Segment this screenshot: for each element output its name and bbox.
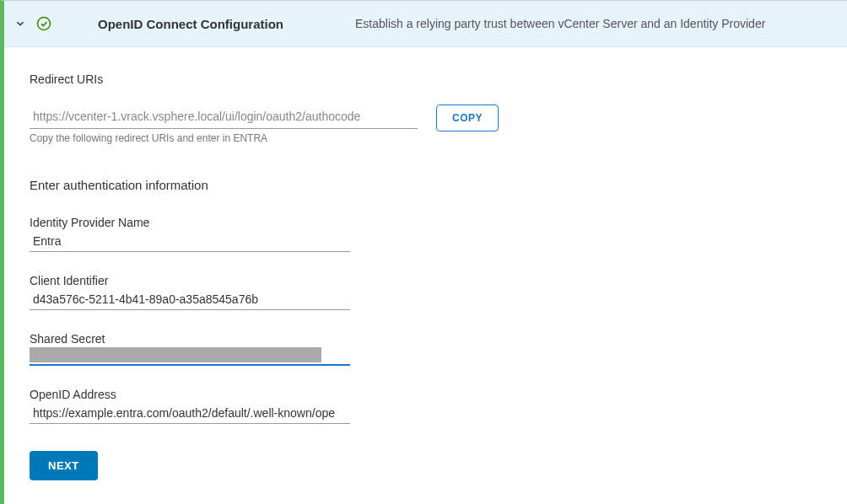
step-complete-check-icon [36, 16, 51, 31]
redacted-bar [30, 347, 321, 362]
shared-secret-input[interactable] [30, 347, 350, 366]
redirect-uri-display: https://vcenter-1.vrack.vsphere.local/ui… [30, 105, 418, 129]
step-subtitle: Establish a relying party trust between … [355, 17, 765, 30]
openid-address-input[interactable] [30, 403, 350, 424]
wizard-step-header: OpenID Connect Configuration Establish a… [4, 1, 847, 47]
redirect-uris-label: Redirect URIs [30, 72, 822, 86]
client-identifier-label: Client Identifier [30, 274, 822, 287]
shared-secret-label: Shared Secret [30, 332, 822, 346]
provider-name-label: Identity Provider Name [30, 216, 822, 229]
client-identifier-input[interactable] [30, 289, 350, 310]
redirect-uri-helper: Copy the following redirect URIs and ent… [30, 132, 418, 144]
chevron-down-icon[interactable] [14, 18, 28, 29]
auth-info-heading: Enter authentication information [30, 178, 822, 192]
next-button[interactable]: NEXT [30, 451, 98, 480]
step-title: OpenID Connect Configuration [98, 17, 283, 31]
provider-name-input[interactable] [30, 231, 350, 252]
svg-point-0 [38, 18, 51, 30]
copy-button[interactable]: COPY [436, 105, 499, 131]
openid-address-label: OpenID Address [30, 388, 822, 401]
